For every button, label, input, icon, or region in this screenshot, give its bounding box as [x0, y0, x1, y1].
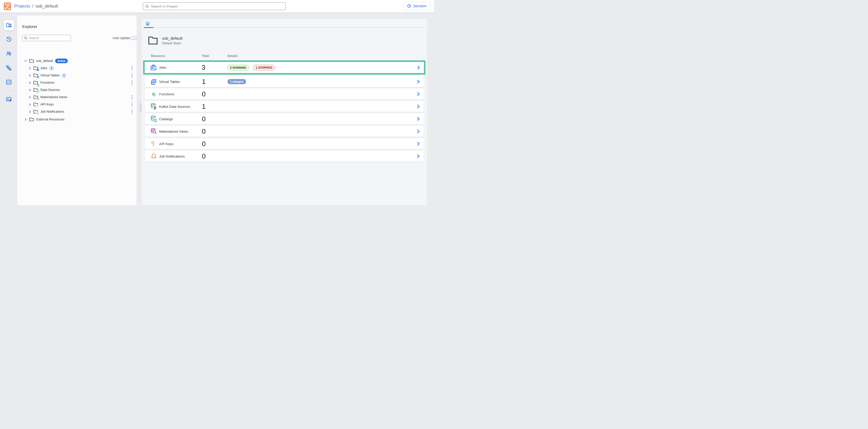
search-icon [145, 4, 149, 8]
explorer-tree: ssb_default Active Jobs 3 [17, 57, 137, 123]
nav-monitoring-button[interactable] [4, 94, 14, 105]
resource-label: Job Notifications [159, 154, 202, 158]
chevron-right-icon[interactable] [416, 117, 420, 121]
kebab-menu-icon[interactable] [130, 95, 134, 99]
nav-forms-button[interactable] [4, 77, 14, 87]
kebab-menu-icon[interactable] [130, 66, 134, 70]
resource-row-job-notifications[interactable]: Job Notifications 0 [145, 151, 424, 162]
breadcrumb-projects-link[interactable]: Projects [14, 4, 30, 9]
resource-row-kafka-data-sources[interactable]: Kafka Data Sources 1 [145, 101, 424, 112]
chevron-right-icon[interactable] [416, 104, 420, 109]
functions-icon: f() [150, 92, 157, 96]
tree-item-api-keys[interactable]: API Keys [17, 101, 137, 108]
nav-explorer-button[interactable] [4, 20, 14, 30]
materialized-views-folder-icon [33, 95, 38, 99]
explorer-search-input[interactable] [29, 36, 69, 40]
tree-item-label[interactable]: Functions [40, 81, 54, 84]
tree-item-label[interactable]: Jobs [40, 66, 47, 70]
folder-search-icon [6, 22, 12, 28]
resource-label: Jobs [159, 65, 202, 69]
tree-item-materialized-views[interactable]: Materialized Views [17, 93, 137, 101]
chevron-right-icon[interactable] [28, 74, 31, 77]
tree-item-root-project[interactable]: ssb_default Active [17, 57, 137, 64]
tree-item-label[interactable]: Virtual Tables [40, 74, 60, 77]
folder-icon [29, 59, 34, 63]
resource-label: Kafka Data Sources [159, 105, 202, 109]
functions-mini-icon: f() [37, 85, 39, 86]
resource-row-api-keys[interactable]: API Keys 0 [145, 138, 424, 149]
kebab-menu-icon[interactable] [130, 109, 134, 114]
tree-item-functions[interactable]: f() Functions [17, 79, 137, 86]
project-search-input[interactable] [151, 4, 283, 8]
materialized-view-mini-icon [36, 97, 39, 100]
tree-item-label[interactable]: Data Sources [40, 88, 60, 92]
chevron-right-icon[interactable] [417, 65, 420, 70]
jobs-icon [150, 64, 157, 71]
explorer-title: Explorer [22, 24, 37, 29]
explorer-search-bar[interactable] [22, 35, 71, 41]
tree-item-label[interactable]: Materialized Views [40, 95, 67, 99]
data-sources-folder-icon [33, 88, 38, 92]
tree-item-data-sources[interactable]: Data Sources [17, 86, 137, 93]
rail-divider [5, 91, 12, 91]
column-total: Total [202, 54, 227, 58]
tree-item-virtual-tables[interactable]: Virtual Tables 1 [17, 72, 137, 79]
form-list-icon [6, 79, 12, 85]
chevron-right-icon[interactable] [28, 89, 31, 91]
chevron-right-icon[interactable] [28, 81, 31, 84]
materialized-views-icon [150, 128, 157, 135]
tree-item-label[interactable]: External Resources [36, 118, 64, 121]
resource-label: API Keys [159, 142, 202, 146]
chevron-right-icon[interactable] [28, 103, 31, 106]
chevron-right-icon[interactable] [28, 96, 31, 99]
resource-rows: Jobs 3 2 RUNNING 1 STOPPED [142, 60, 427, 163]
nav-lineage-button[interactable] [4, 63, 14, 73]
resource-row-catalogs[interactable]: Catalogs 0 [145, 113, 424, 124]
resource-row-functions[interactable]: f() Functions 0 [145, 89, 424, 99]
ssb-logo-icon [4, 3, 11, 10]
chevron-right-icon[interactable] [416, 141, 420, 146]
home-icon [145, 21, 150, 26]
bell-mini-icon [36, 112, 39, 115]
count-badge: 3 [49, 66, 54, 70]
column-details: Details [227, 54, 238, 58]
auto-update-toggle[interactable] [130, 36, 137, 40]
session-label: Session [413, 4, 427, 8]
catalog-database-icon [150, 116, 157, 122]
history-icon [6, 36, 12, 42]
chevron-down-icon[interactable] [24, 60, 27, 62]
nav-teams-button[interactable] [4, 49, 14, 59]
resource-label: Materialized Views [159, 130, 202, 134]
resource-row-materialized-views[interactable]: Materialized Views 0 [145, 126, 424, 137]
resource-label: Functions [159, 92, 202, 96]
chevron-right-icon[interactable] [416, 154, 420, 159]
resource-row-jobs[interactable]: Jobs 3 2 RUNNING 1 STOPPED [145, 62, 424, 73]
tree-item-jobs[interactable]: Jobs 3 [17, 64, 137, 72]
tree-item-external-resources[interactable]: External Resources [17, 116, 137, 123]
tree-item-label[interactable]: ssb_default [36, 59, 53, 63]
chevron-right-icon[interactable] [28, 67, 31, 70]
kebab-menu-icon[interactable] [130, 80, 134, 85]
kebab-menu-icon[interactable] [130, 102, 134, 107]
active-tab-indicator [144, 27, 153, 28]
chevron-right-icon[interactable] [416, 79, 420, 84]
virtual-tables-mini-icon [36, 76, 39, 79]
resource-row-virtual-tables[interactable]: Virtual Tables 1 1 datagen [145, 76, 424, 87]
jobs-mini-icon [36, 68, 39, 71]
project-search-bar[interactable] [143, 2, 286, 10]
auto-update-label: Auto Update [113, 36, 130, 40]
session-button[interactable]: Session [403, 2, 430, 10]
nav-history-button[interactable] [4, 34, 14, 44]
chevron-right-icon[interactable] [28, 110, 31, 113]
tree-item-label[interactable]: Job Notifications [40, 110, 64, 113]
resource-total: 0 [202, 152, 227, 160]
tab-home[interactable] [143, 19, 152, 28]
clock-icon [407, 4, 411, 8]
api-key-icon [150, 141, 157, 147]
chevron-right-icon[interactable] [416, 92, 420, 96]
chevron-right-icon[interactable] [24, 118, 27, 121]
tree-item-job-notifications[interactable]: Job Notifications [17, 108, 137, 115]
kebab-menu-icon[interactable] [130, 73, 134, 78]
chevron-right-icon[interactable] [416, 129, 420, 134]
tree-item-label[interactable]: API Keys [40, 103, 54, 106]
